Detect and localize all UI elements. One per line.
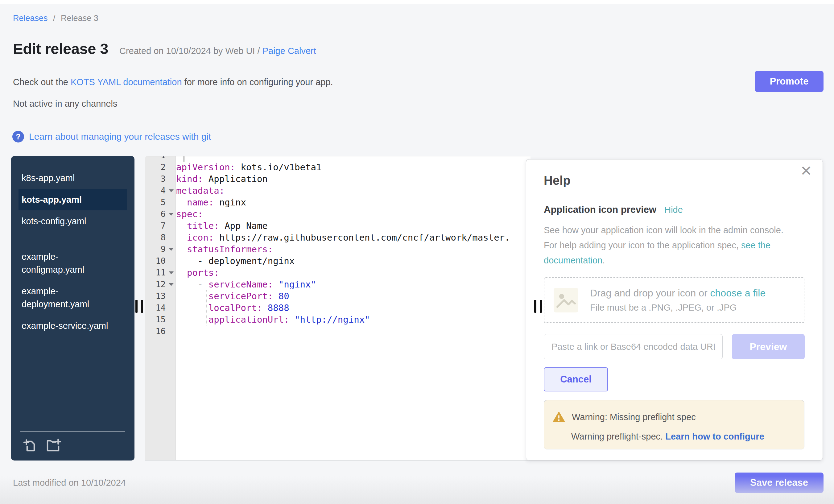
editor-cursor [183, 156, 184, 162]
code-line: - serviceName: "nginx" [176, 279, 530, 290]
file-item[interactable]: k8s-app.yaml [11, 167, 120, 189]
line-number: 2 [145, 161, 175, 173]
code-line: ports: [176, 267, 530, 279]
breadcrumb-current: Release 3 [61, 14, 98, 23]
breadcrumb-releases-link[interactable]: Releases [13, 14, 48, 23]
code-line: spec: [176, 208, 530, 220]
docs-line-after: for more info on configuring your app. [182, 77, 333, 87]
icon-preview-heading: Application icon preview [544, 204, 656, 215]
breadcrumb-separator: / [53, 14, 56, 23]
preflight-warning-box: Warning: Missing preflight spec Warning … [544, 400, 805, 450]
line-number: 4 [145, 185, 175, 196]
close-icon[interactable]: ✕ [800, 164, 812, 178]
file-item[interactable]: kots-config.yaml [11, 210, 120, 232]
dropzone-line2: File must be a .PNG, .JPEG, or .JPG [590, 303, 766, 313]
line-number: 7 [145, 220, 175, 232]
add-file-icon[interactable] [23, 438, 38, 453]
indent-guide [206, 290, 207, 325]
promote-button[interactable]: Promote [755, 71, 824, 92]
code-line: name: nginx [176, 196, 530, 208]
icon-url-input[interactable] [544, 334, 723, 359]
line-number: 6 [145, 208, 175, 220]
fold-arrow-icon[interactable] [169, 190, 174, 192]
icon-dropzone[interactable]: Drag and drop your icon or choose a file… [544, 277, 805, 323]
line-number: 11 [145, 267, 175, 279]
line-number: 3 [145, 173, 175, 185]
help-title: Help [544, 174, 805, 188]
panel-resize-handle-right[interactable] [534, 300, 542, 313]
hide-link[interactable]: Hide [664, 205, 683, 215]
line-number: 15 [145, 314, 175, 325]
icon-url-row: Preview [544, 334, 805, 359]
docs-line: Check out the KOTS YAML documentation fo… [13, 77, 333, 87]
image-placeholder-icon [553, 287, 579, 313]
cancel-button[interactable]: Cancel [544, 367, 608, 391]
code-line: localPort: 8888 [176, 302, 530, 314]
line-number: 10 [145, 255, 175, 267]
kots-yaml-docs-link[interactable]: KOTS YAML documentation [71, 77, 182, 87]
file-item[interactable]: example-service.yaml [11, 315, 120, 336]
preview-button[interactable]: Preview [732, 334, 805, 359]
sidebar-actions [20, 438, 125, 453]
git-help-row: ? Learn about managing your releases wit… [12, 131, 211, 143]
code-line: icon: https://raw.githubusercontent.com/… [176, 232, 530, 243]
learn-configure-link[interactable]: Learn how to configure [665, 432, 764, 441]
code-line [176, 325, 530, 337]
file-item[interactable]: example-configmap.yaml [11, 246, 120, 280]
edit-release-page: Releases / Release 3 Edit release 3 Crea… [0, 0, 834, 504]
docs-line-before: Check out the [13, 77, 71, 87]
created-text: Created on 10/10/2024 by Web UI / [119, 46, 260, 56]
file-item[interactable]: kots-app.yaml [19, 189, 127, 210]
fold-arrow-icon[interactable] [169, 248, 174, 251]
code-line: servicePort: 80 [176, 290, 530, 302]
icon-preview-description: See how your application icon will look … [544, 223, 787, 268]
top-strip [0, 0, 834, 4]
file-list-top: k8s-app.yamlkots-app.yamlkots-config.yam… [11, 167, 134, 232]
code-line: applicationUrl: "http://nginx" [176, 314, 530, 325]
breadcrumb: Releases / Release 3 [13, 14, 98, 23]
fold-arrow-icon[interactable] [169, 271, 174, 274]
file-list-divider [20, 239, 125, 239]
code-line: kind: Application [176, 173, 530, 185]
choose-file-link[interactable]: choose a file [710, 287, 766, 299]
git-releases-link[interactable]: Learn about managing your releases with … [29, 131, 211, 142]
fold-arrow-icon[interactable] [169, 283, 174, 286]
line-number: 8 [145, 232, 175, 243]
line-number: 13 [145, 290, 175, 302]
file-tree-sidebar: k8s-app.yamlkots-app.yamlkots-config.yam… [11, 156, 134, 461]
sidebar-bottom [11, 431, 134, 461]
page-title: Edit release 3 [13, 40, 108, 57]
code-line: title: App Name [176, 220, 530, 232]
dropzone-line1: Drag and drop your icon or choose a file [590, 287, 766, 299]
file-list-bottom: example-configmap.yamlexample-deployment… [11, 246, 134, 336]
save-release-button[interactable]: Save release [735, 473, 824, 493]
panel-resize-handle-left[interactable] [135, 300, 143, 313]
warning-title: Warning: Missing preflight spec [572, 412, 696, 422]
editor-code-area[interactable]: ---apiVersion: kots.io/v1beta1kind: Appl… [176, 156, 530, 460]
add-folder-icon[interactable] [46, 438, 62, 453]
code-line: - deployment/nginx [176, 255, 530, 267]
file-item[interactable]: example-deployment.yaml [11, 280, 120, 315]
line-number: 12 [145, 279, 175, 290]
warning-icon [553, 412, 565, 423]
code-line: metadata: [176, 185, 530, 196]
title-row: Edit release 3 Created on 10/10/2024 by … [13, 40, 316, 57]
created-info: Created on 10/10/2024 by Web UI /Paige C… [119, 46, 316, 56]
line-number: 16 [145, 325, 175, 337]
help-panel: ✕ Help Application icon preview Hide See… [526, 159, 823, 461]
yaml-editor[interactable]: 12345678910111213141516 ---apiVersion: k… [145, 156, 530, 461]
file-list: k8s-app.yamlkots-app.yamlkots-config.yam… [11, 156, 134, 336]
line-number: 9 [145, 243, 175, 255]
editor-gutter: 12345678910111213141516 [145, 156, 176, 460]
last-modified-text: Last modified on 10/10/2024 [13, 478, 126, 488]
code-line: --- [176, 156, 530, 161]
channels-status: Not active in any channels [13, 99, 117, 109]
code-line: statusInformers: [176, 243, 530, 255]
sidebar-bottom-divider [20, 431, 125, 432]
line-number: 5 [145, 196, 175, 208]
line-number: 1 [145, 156, 175, 161]
fold-arrow-icon[interactable] [169, 213, 174, 216]
line-number: 14 [145, 302, 175, 314]
author-link[interactable]: Paige Calvert [262, 46, 316, 56]
code-line: apiVersion: kots.io/v1beta1 [176, 161, 530, 173]
